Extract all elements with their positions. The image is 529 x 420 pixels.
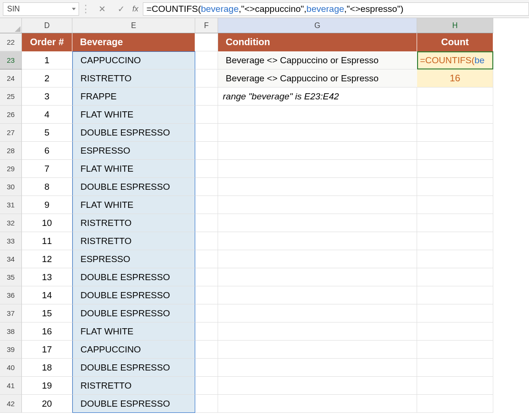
cell-D24[interactable]: 2 [22, 69, 72, 88]
cell-H34[interactable] [417, 250, 493, 268]
cell-D36[interactable]: 14 [22, 286, 72, 304]
cell-H33[interactable] [417, 232, 493, 250]
row-header-41[interactable]: 41 [0, 377, 22, 395]
cell-F25[interactable] [195, 88, 218, 106]
cell-H30[interactable] [417, 178, 493, 196]
worksheet-grid[interactable]: DEFGH22Order #BeverageConditionCount231C… [0, 18, 529, 420]
cell-E26[interactable]: FLAT WHITE [72, 106, 195, 124]
cell-G25[interactable]: range "beverage" is E23:E42 [218, 88, 417, 106]
cell-F31[interactable] [195, 196, 218, 214]
cell-D33[interactable]: 11 [22, 232, 72, 250]
row-header-38[interactable]: 38 [0, 322, 22, 341]
cell-E31[interactable]: FLAT WHITE [72, 196, 195, 214]
cell-G39[interactable] [218, 341, 417, 359]
row-header-34[interactable]: 34 [0, 250, 22, 268]
cell-D23[interactable]: 1 [22, 51, 72, 69]
cell-E34[interactable]: ESPRESSO [72, 250, 195, 268]
cell-H36[interactable] [417, 286, 493, 304]
cell-E42[interactable]: DOUBLE ESPRESSO [72, 395, 195, 413]
cell-G31[interactable] [218, 196, 417, 214]
cell-H40[interactable] [417, 359, 493, 377]
cell-F35[interactable] [195, 268, 218, 286]
cell-E37[interactable]: DOUBLE ESPRESSO [72, 304, 195, 322]
cell-H37[interactable] [417, 304, 493, 322]
cell-G38[interactable] [218, 322, 417, 341]
cell-E24[interactable]: RISTRETTO [72, 69, 195, 88]
cell-G29[interactable] [218, 160, 417, 178]
active-cell-H23[interactable]: =COUNTIFS(be [417, 51, 493, 69]
cell-E38[interactable]: FLAT WHITE [72, 322, 195, 341]
cell-G41[interactable] [218, 377, 417, 395]
row-header-31[interactable]: 31 [0, 196, 22, 214]
cell-E39[interactable]: CAPPUCCINO [72, 341, 195, 359]
cell-D29[interactable]: 7 [22, 160, 72, 178]
cell-H39[interactable] [417, 341, 493, 359]
column-header-E[interactable]: E [72, 18, 195, 33]
cell-H25[interactable] [417, 88, 493, 106]
cell-H24[interactable]: 16 [417, 69, 493, 88]
cell-H31[interactable] [417, 196, 493, 214]
row-header-27[interactable]: 27 [0, 124, 22, 142]
cell-E29[interactable]: FLAT WHITE [72, 160, 195, 178]
row-header-28[interactable]: 28 [0, 142, 22, 160]
fx-icon[interactable]: fx [130, 5, 143, 13]
cell-E33[interactable]: RISTRETTO [72, 232, 195, 250]
header-condition[interactable]: Condition [218, 33, 417, 51]
cell-H27[interactable] [417, 124, 493, 142]
column-header-F[interactable]: F [195, 18, 218, 33]
header-beverage[interactable]: Beverage [72, 33, 195, 51]
row-header-24[interactable]: 24 [0, 69, 22, 88]
cell-F32[interactable] [195, 214, 218, 232]
accept-formula-button[interactable]: ✓ [111, 4, 130, 14]
cell-E41[interactable]: RISTRETTO [72, 377, 195, 395]
cell-H26[interactable] [417, 106, 493, 124]
cell-D27[interactable]: 5 [22, 124, 72, 142]
row-header-39[interactable]: 39 [0, 341, 22, 359]
cell-H29[interactable] [417, 160, 493, 178]
cell-E40[interactable]: DOUBLE ESPRESSO [72, 359, 195, 377]
cell-G35[interactable] [218, 268, 417, 286]
cell-F27[interactable] [195, 124, 218, 142]
header-order[interactable]: Order # [22, 33, 72, 51]
cell-F34[interactable] [195, 250, 218, 268]
chevron-down-icon[interactable] [72, 8, 76, 10]
cell-F41[interactable] [195, 377, 218, 395]
cell-F23[interactable] [195, 51, 218, 69]
cell-D34[interactable]: 12 [22, 250, 72, 268]
cell-E30[interactable]: DOUBLE ESPRESSO [72, 178, 195, 196]
cell-D31[interactable]: 9 [22, 196, 72, 214]
cell-F37[interactable] [195, 304, 218, 322]
row-header-30[interactable]: 30 [0, 178, 22, 196]
cell-G40[interactable] [218, 359, 417, 377]
row-header-22[interactable]: 22 [0, 33, 22, 51]
cancel-formula-button[interactable]: ✕ [92, 4, 111, 14]
cell-H38[interactable] [417, 322, 493, 341]
row-header-33[interactable]: 33 [0, 232, 22, 250]
cell-F22[interactable] [195, 33, 218, 51]
cell-G28[interactable] [218, 142, 417, 160]
cell-G42[interactable] [218, 395, 417, 413]
row-header-25[interactable]: 25 [0, 88, 22, 106]
cell-F38[interactable] [195, 322, 218, 341]
name-box[interactable]: SIN [3, 2, 79, 16]
cell-H28[interactable] [417, 142, 493, 160]
cell-D40[interactable]: 18 [22, 359, 72, 377]
row-header-32[interactable]: 32 [0, 214, 22, 232]
cell-E32[interactable]: RISTRETTO [72, 214, 195, 232]
cell-F28[interactable] [195, 142, 218, 160]
cell-E28[interactable]: ESPRESSO [72, 142, 195, 160]
cell-D35[interactable]: 13 [22, 268, 72, 286]
row-header-36[interactable]: 36 [0, 286, 22, 304]
cell-D38[interactable]: 16 [22, 322, 72, 341]
cell-F40[interactable] [195, 359, 218, 377]
row-header-37[interactable]: 37 [0, 304, 22, 322]
row-header-40[interactable]: 40 [0, 359, 22, 377]
cell-F33[interactable] [195, 232, 218, 250]
cell-F36[interactable] [195, 286, 218, 304]
cell-F39[interactable] [195, 341, 218, 359]
cell-G26[interactable] [218, 106, 417, 124]
cell-E36[interactable]: DOUBLE ESPRESSO [72, 286, 195, 304]
cell-G36[interactable] [218, 286, 417, 304]
select-all-corner[interactable] [0, 18, 22, 33]
column-header-D[interactable]: D [22, 18, 72, 33]
